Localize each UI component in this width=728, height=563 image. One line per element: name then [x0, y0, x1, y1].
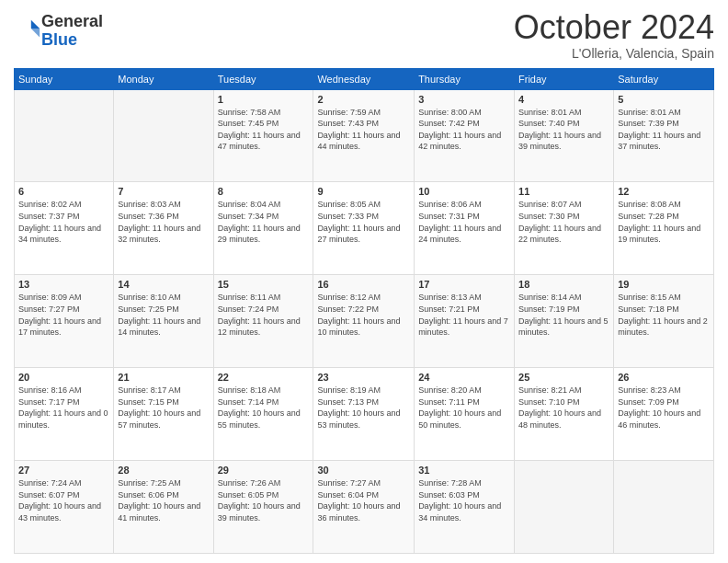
day-info: Sunrise: 8:16 AMSunset: 7:17 PMDaylight:… — [18, 385, 109, 431]
table-row: 22Sunrise: 8:18 AMSunset: 7:14 PMDayligh… — [213, 368, 313, 461]
day-number: 9 — [317, 186, 410, 197]
table-row: 7Sunrise: 8:03 AMSunset: 7:36 PMDaylight… — [114, 182, 213, 275]
day-info: Sunrise: 8:23 AMSunset: 7:09 PMDaylight:… — [618, 385, 710, 431]
day-info: Sunrise: 8:17 AMSunset: 7:15 PMDaylight:… — [118, 385, 209, 431]
table-row: 24Sunrise: 8:20 AMSunset: 7:11 PMDayligh… — [415, 368, 515, 461]
day-number: 5 — [618, 94, 710, 105]
table-row: 16Sunrise: 8:12 AMSunset: 7:22 PMDayligh… — [313, 275, 415, 368]
day-number: 23 — [317, 372, 410, 383]
location: L'Olleria, Valencia, Spain — [514, 46, 714, 61]
day-info: Sunrise: 8:19 AMSunset: 7:13 PMDaylight:… — [317, 385, 410, 431]
day-info: Sunrise: 7:59 AMSunset: 7:43 PMDaylight:… — [317, 107, 410, 153]
table-row: 8Sunrise: 8:04 AMSunset: 7:34 PMDaylight… — [213, 182, 313, 275]
day-info: Sunrise: 8:21 AMSunset: 7:10 PMDaylight:… — [518, 385, 609, 431]
table-row — [515, 461, 614, 554]
day-number: 8 — [218, 186, 310, 197]
day-info: Sunrise: 8:01 AMSunset: 7:40 PMDaylight:… — [518, 107, 609, 153]
day-number: 21 — [118, 372, 209, 383]
calendar-header-row: Sunday Monday Tuesday Wednesday Thursday… — [15, 68, 714, 89]
day-number: 4 — [518, 94, 609, 105]
day-info: Sunrise: 8:10 AMSunset: 7:25 PMDaylight:… — [118, 292, 209, 338]
day-number: 11 — [518, 186, 609, 197]
page: General Blue October 2024 L'Olleria, Val… — [0, 0, 728, 563]
table-row: 4Sunrise: 8:01 AMSunset: 7:40 PMDaylight… — [515, 89, 614, 182]
calendar-week-row: 27Sunrise: 7:24 AMSunset: 6:07 PMDayligh… — [15, 461, 714, 554]
table-row: 18Sunrise: 8:14 AMSunset: 7:19 PMDayligh… — [515, 275, 614, 368]
table-row: 17Sunrise: 8:13 AMSunset: 7:21 PMDayligh… — [415, 275, 515, 368]
day-number: 20 — [18, 372, 109, 383]
svg-marker-1 — [31, 29, 40, 37]
day-number: 26 — [618, 372, 710, 383]
day-info: Sunrise: 8:04 AMSunset: 7:34 PMDaylight:… — [218, 199, 310, 245]
table-row: 28Sunrise: 7:25 AMSunset: 6:06 PMDayligh… — [114, 461, 213, 554]
calendar-week-row: 13Sunrise: 8:09 AMSunset: 7:27 PMDayligh… — [15, 275, 714, 368]
table-row: 2Sunrise: 7:59 AMSunset: 7:43 PMDaylight… — [313, 89, 415, 182]
col-monday: Monday — [114, 68, 213, 89]
day-number: 17 — [418, 279, 510, 290]
table-row: 19Sunrise: 8:15 AMSunset: 7:18 PMDayligh… — [614, 275, 714, 368]
header: General Blue October 2024 L'Olleria, Val… — [14, 9, 714, 61]
day-info: Sunrise: 8:01 AMSunset: 7:39 PMDaylight:… — [618, 107, 710, 153]
day-number: 18 — [518, 279, 609, 290]
day-number: 12 — [618, 186, 710, 197]
day-number: 24 — [418, 372, 510, 383]
table-row: 30Sunrise: 7:27 AMSunset: 6:04 PMDayligh… — [313, 461, 415, 554]
day-info: Sunrise: 8:13 AMSunset: 7:21 PMDaylight:… — [418, 292, 510, 338]
day-info: Sunrise: 7:28 AMSunset: 6:03 PMDaylight:… — [418, 477, 510, 523]
table-row: 12Sunrise: 8:08 AMSunset: 7:28 PMDayligh… — [614, 182, 714, 275]
logo-general: General — [41, 12, 103, 30]
table-row: 31Sunrise: 7:28 AMSunset: 6:03 PMDayligh… — [415, 461, 515, 554]
day-info: Sunrise: 7:26 AMSunset: 6:05 PMDaylight:… — [218, 477, 310, 523]
day-info: Sunrise: 8:05 AMSunset: 7:33 PMDaylight:… — [317, 199, 410, 245]
day-number: 30 — [317, 465, 410, 476]
month-title: October 2024 — [514, 9, 714, 46]
day-number: 1 — [218, 94, 310, 105]
table-row: 23Sunrise: 8:19 AMSunset: 7:13 PMDayligh… — [313, 368, 415, 461]
day-number: 3 — [418, 94, 510, 105]
day-number: 16 — [317, 279, 410, 290]
col-thursday: Thursday — [415, 68, 515, 89]
title-section: October 2024 L'Olleria, Valencia, Spain — [514, 9, 714, 61]
logo-blue: Blue — [41, 30, 77, 49]
day-number: 28 — [118, 465, 209, 476]
day-info: Sunrise: 8:15 AMSunset: 7:18 PMDaylight:… — [618, 292, 710, 338]
calendar: Sunday Monday Tuesday Wednesday Thursday… — [14, 68, 714, 554]
col-friday: Friday — [515, 68, 614, 89]
day-number: 19 — [618, 279, 710, 290]
day-info: Sunrise: 8:08 AMSunset: 7:28 PMDaylight:… — [618, 199, 710, 245]
day-info: Sunrise: 8:20 AMSunset: 7:11 PMDaylight:… — [418, 385, 510, 431]
table-row: 14Sunrise: 8:10 AMSunset: 7:25 PMDayligh… — [114, 275, 213, 368]
day-info: Sunrise: 7:25 AMSunset: 6:06 PMDaylight:… — [118, 477, 209, 523]
table-row: 9Sunrise: 8:05 AMSunset: 7:33 PMDaylight… — [313, 182, 415, 275]
day-info: Sunrise: 8:14 AMSunset: 7:19 PMDaylight:… — [518, 292, 609, 338]
table-row: 21Sunrise: 8:17 AMSunset: 7:15 PMDayligh… — [114, 368, 213, 461]
day-info: Sunrise: 8:00 AMSunset: 7:42 PMDaylight:… — [418, 107, 510, 153]
table-row: 13Sunrise: 8:09 AMSunset: 7:27 PMDayligh… — [15, 275, 114, 368]
table-row — [614, 461, 714, 554]
table-row: 20Sunrise: 8:16 AMSunset: 7:17 PMDayligh… — [15, 368, 114, 461]
day-info: Sunrise: 8:03 AMSunset: 7:36 PMDaylight:… — [118, 199, 209, 245]
table-row: 1Sunrise: 7:58 AMSunset: 7:45 PMDaylight… — [213, 89, 313, 182]
col-tuesday: Tuesday — [213, 68, 313, 89]
day-info: Sunrise: 8:12 AMSunset: 7:22 PMDaylight:… — [317, 292, 410, 338]
table-row: 27Sunrise: 7:24 AMSunset: 6:07 PMDayligh… — [15, 461, 114, 554]
calendar-week-row: 6Sunrise: 8:02 AMSunset: 7:37 PMDaylight… — [15, 182, 714, 275]
svg-marker-0 — [31, 20, 40, 29]
day-number: 2 — [317, 94, 410, 105]
day-number: 22 — [218, 372, 310, 383]
table-row — [15, 89, 114, 182]
calendar-week-row: 1Sunrise: 7:58 AMSunset: 7:45 PMDaylight… — [15, 89, 714, 182]
day-info: Sunrise: 8:07 AMSunset: 7:30 PMDaylight:… — [518, 199, 609, 245]
day-info: Sunrise: 8:18 AMSunset: 7:14 PMDaylight:… — [218, 385, 310, 431]
day-number: 7 — [118, 186, 209, 197]
table-row: 10Sunrise: 8:06 AMSunset: 7:31 PMDayligh… — [415, 182, 515, 275]
day-info: Sunrise: 8:06 AMSunset: 7:31 PMDaylight:… — [418, 199, 510, 245]
day-info: Sunrise: 8:02 AMSunset: 7:37 PMDaylight:… — [18, 199, 109, 245]
table-row: 25Sunrise: 8:21 AMSunset: 7:10 PMDayligh… — [515, 368, 614, 461]
table-row: 26Sunrise: 8:23 AMSunset: 7:09 PMDayligh… — [614, 368, 714, 461]
day-info: Sunrise: 8:11 AMSunset: 7:24 PMDaylight:… — [218, 292, 310, 338]
day-number: 10 — [418, 186, 510, 197]
day-info: Sunrise: 7:58 AMSunset: 7:45 PMDaylight:… — [218, 107, 310, 153]
day-number: 29 — [218, 465, 310, 476]
day-info: Sunrise: 7:27 AMSunset: 6:04 PMDaylight:… — [317, 477, 410, 523]
